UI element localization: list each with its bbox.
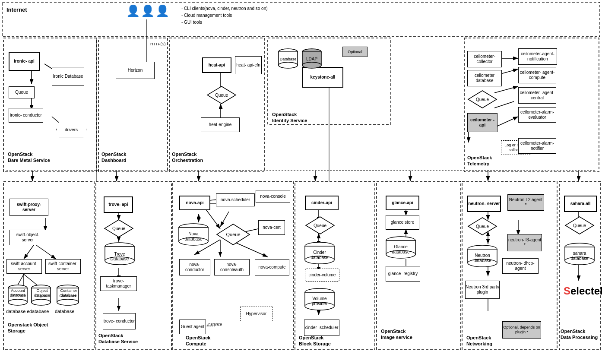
queue-trove-diamond: Queue [104, 219, 134, 239]
cinder-database-cylinder: Cinder database [302, 241, 337, 267]
svg-text:Queue: Queue [573, 223, 586, 228]
nova-console-box: nova-console [256, 190, 290, 203]
hypervisor-box: Hypervisor [240, 307, 272, 321]
queue-neutron-diamond: Queue [467, 217, 497, 237]
svg-text:Glance: Glance [394, 244, 408, 249]
orchestration-label: OpenStackOrchestration [172, 151, 203, 164]
svg-text:Database: Database [111, 256, 129, 261]
ceilometer-agent-compute-box: ceilometer- agent-compute [518, 67, 556, 83]
person-icon-2: 👤 [141, 4, 155, 18]
identity-label: OpenStackIdentity Service [272, 111, 307, 124]
data-processing-label: OpenStackData Processing [561, 328, 598, 341]
bare-metal-label: OpenStackBare Metal Service [8, 151, 50, 164]
svg-line-52 [24, 244, 35, 259]
nova-cert-box: nova-cert [258, 220, 285, 235]
queue-sahara-diamond: Queue [564, 216, 595, 236]
account-db-cylinder: Accountdatabase e [6, 283, 30, 314]
ceilometer-database-box: ceilometer database [467, 70, 502, 86]
glance-api-box: glance-api [386, 196, 419, 210]
object-db-cylinder: Objectdatabase [29, 283, 53, 314]
account-db-label: Accountdatabase [6, 288, 30, 298]
http-label: HTTP(S) [150, 42, 166, 46]
ldap-cylinder: LDAP [300, 47, 324, 71]
telemetry-label: OpenStackTelemetry [467, 155, 492, 167]
person-icon-1: 👤 [126, 4, 140, 18]
svg-text:Queue: Queue [314, 223, 326, 228]
client-line3: - GUI tools [181, 19, 268, 26]
ceilometer-agent-notification-box: ceilometer-agent- notification [518, 48, 557, 65]
drivers-box: drivers [56, 122, 86, 137]
svg-text:sahara: sahara [573, 251, 586, 256]
block-storage-label: OpenStackBlock Storage [299, 335, 331, 347]
compute-label: OpenStackCompute [186, 335, 210, 347]
neutron-l3-box: neutron- l3-agent * [507, 234, 542, 251]
svg-text:Queue: Queue [226, 232, 240, 237]
person-icon-3: 👤 [155, 4, 169, 18]
dashboard-label: OpenStackDashboard [101, 151, 126, 164]
svg-text:database: database [570, 256, 589, 261]
horizon-box: Horizon [116, 62, 155, 79]
svg-text:database: database [473, 258, 491, 263]
heat-engine-box: heat-engine [201, 117, 240, 132]
neutron-server-box: neutron- server [467, 196, 501, 212]
ceilometer-agent-central-box: ceilometer- agent-central [518, 87, 556, 104]
internet-label: Internet [6, 6, 27, 13]
ceilometer-alarm-evaluator-box: ceilometer-alarm- evaluator [518, 107, 556, 123]
nova-conductor-box: nova- conductor [179, 259, 210, 275]
neutron-l2-box: Neutron L2 agent * [507, 194, 544, 211]
guest-agent-box: Guest agent [179, 320, 206, 334]
cinder-api-box: cinder-api [305, 196, 339, 210]
svg-point-83 [302, 62, 321, 68]
neutron-dhcp-box: neutron- dhcp-agent [502, 258, 539, 274]
ceilometer-collector-box: ceilometer- collector [467, 51, 502, 67]
sahara-all-box: sahara-all [564, 196, 597, 212]
queue-cinder-diamond: Queue [305, 216, 335, 236]
networking-label: OpenStackNetworking [466, 335, 492, 347]
queue-telemetry-diamond: Queue [467, 90, 497, 110]
svg-point-93 [32, 299, 51, 305]
svg-point-89 [8, 299, 27, 305]
optional-neutron-box: Optional, depends on plugin * [502, 321, 541, 339]
optional-identity-box: Optional [342, 47, 368, 57]
selectel-rest: electel [570, 285, 602, 297]
heat-api-cfn-box: heat- api-cfn [235, 56, 262, 74]
volume-provider-cylinder: Volume provider [302, 287, 337, 313]
svg-line-53 [35, 244, 56, 259]
svg-point-79 [279, 62, 298, 68]
svg-text:Queue: Queue [215, 93, 228, 98]
ironic-conductor-box: ironic- conductor [9, 108, 43, 123]
swift-container-box: swift-container- server [45, 259, 81, 274]
svg-text:Queue: Queue [476, 224, 489, 229]
ceilometer-alarm-notifier-box: ceilometer-alarm- notifier [518, 138, 556, 154]
svg-point-97 [57, 299, 79, 305]
svg-text:Cinder: Cinder [313, 250, 326, 255]
ironic-database-box: Ironic Database [52, 67, 84, 86]
glance-database-cylinder: Glance database [383, 235, 418, 261]
svg-text:Database: Database [280, 57, 297, 61]
instance-label: Instance [207, 322, 222, 326]
svg-text:database: database [392, 250, 410, 254]
database-service-label: OpenStackDatabase Service [98, 332, 138, 345]
client-line1: - CLI clients(nova, cinder, neutron and … [181, 5, 268, 12]
svg-text:database: database [184, 237, 203, 241]
nova-database-cylinder: Nova database [176, 222, 211, 248]
nova-compute-box: nova-compute [255, 259, 289, 275]
swift-account-box: swift-account- server [6, 259, 42, 274]
svg-text:Volume: Volume [312, 296, 327, 301]
svg-line-63 [494, 117, 518, 127]
glance-registry-box: glance- registry [386, 266, 420, 282]
svg-text:database: database [311, 255, 329, 260]
swift-object-box: swift-object- server [10, 230, 46, 245]
queue-heat-diamond: Queue [206, 85, 237, 105]
diagram-container: Internet - CLI clients(nova, cinder, neu… [0, 0, 602, 364]
container-db-label: Containerdatabase [55, 288, 82, 298]
nova-consoleauth-box: nova- consoleauth [214, 259, 250, 275]
selectel-s: S [564, 285, 570, 297]
queue-nova-diamond: Queue [216, 223, 250, 247]
trove-api-box: trove- api [104, 196, 133, 213]
container-db-cylinder: Containerdatabase [55, 283, 81, 314]
object-storage-label: Openstack ObjectStorage [8, 322, 48, 334]
client-line2: - Cloud management tools [181, 12, 268, 19]
sahara-database-cylinder: sahara database [562, 242, 597, 268]
ironic-api-box: ironic- api [9, 52, 40, 71]
